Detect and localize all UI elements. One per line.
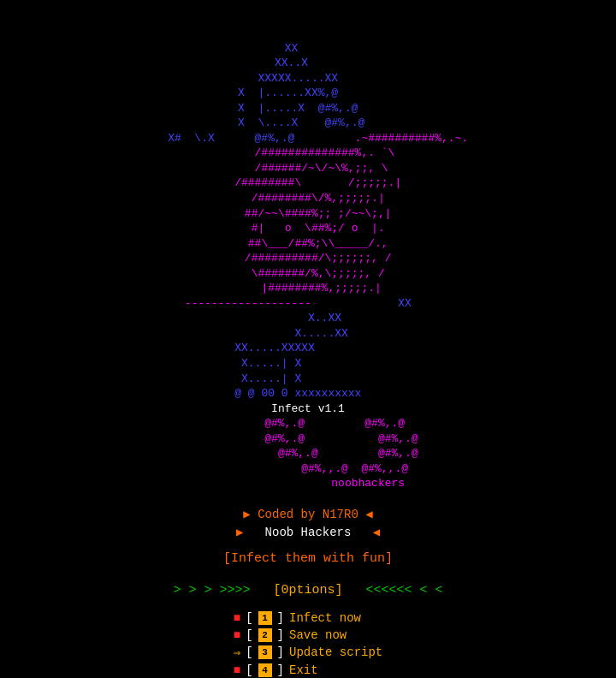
options-arrows-right: <<<<<< < < (366, 583, 443, 598)
menu-bracket-open-3: [ (246, 645, 252, 659)
menu-bullet-2: ■ (234, 628, 240, 642)
menu-bracket-close-3: ] (277, 645, 284, 659)
menu-bracket-open-2: [ (246, 628, 252, 642)
menu-num-1: 1 (258, 611, 272, 625)
menu-bracket-open-4: [ (246, 663, 252, 677)
options-header: > > > >>>> [0ptions] <<<<<< < < (173, 583, 442, 598)
menu-label-2: Save now (289, 628, 346, 642)
menu-bracket-close-1: ] (277, 611, 284, 625)
noob-arrow-left: ◀ (373, 526, 380, 539)
ascii-left-side: XX XX..X XXXXX.....XX X |......XX%,@ X |… (148, 42, 392, 145)
menu-bullet-1: ■ (234, 611, 240, 625)
menu-num-2: 2 (258, 628, 272, 642)
ascii-art-container: XX XX..X XXXXX.....XX X |......XX%,@ X |… (148, 26, 468, 491)
menu-bracket-open-1: [ (246, 611, 252, 625)
menu-item-1[interactable]: ■ [1] Infect now (234, 611, 361, 625)
tagline: [Infect them with fun] (223, 551, 393, 566)
menu-bracket-close-4: ] (277, 663, 284, 677)
coded-by-arrow-left: ▶ (243, 508, 250, 521)
options-label: [0ptions] (273, 583, 342, 598)
menu-num-3: 3 (258, 645, 272, 659)
noob-arrow-right: ▶ (236, 526, 243, 539)
menu: ■ [1] Infect now ■ [2] Save now ⇒ [3] Up… (234, 611, 382, 677)
coded-by-arrow-right: ◀ (365, 508, 372, 521)
options-arrows-left: > > > >>>> (173, 583, 250, 598)
menu-item-3[interactable]: ⇒ [3] Update script (234, 645, 382, 660)
ascii-skull: .~##########%,.~. /##############%,. `\ … (157, 132, 468, 310)
menu-label-1: Infect now (289, 611, 361, 625)
menu-bullet-arrow-3: ⇒ (234, 645, 240, 660)
menu-num-4: 4 (258, 663, 272, 677)
coded-by-line: ▶ Coded by N17R0 ◀ (243, 507, 372, 521)
menu-bullet-4: ■ (234, 663, 240, 677)
menu-label-3: Update script (289, 645, 382, 659)
noob-hackers-label: Noob Hackers (265, 526, 352, 539)
menu-label-4: Exit (289, 663, 318, 677)
ascii-right-side: XX X..XX X.....XX XX.....XXXXX X.....| X… (234, 297, 458, 400)
menu-item-4[interactable]: ■ [4] Exit (234, 663, 318, 677)
ascii-footer: @#%,.@ @#%,.@ @#%,.@ @#%,.@ @#%,.@ @#%,.… (198, 417, 418, 490)
menu-bracket-close-2: ] (277, 628, 284, 642)
coded-by-text: Coded by N17R0 (258, 508, 358, 521)
menu-item-2[interactable]: ■ [2] Save now (234, 628, 346, 642)
version-text: Infect v1.1 (271, 402, 345, 415)
noob-hackers-line: ▶ Noob Hackers ◀ (236, 525, 380, 539)
